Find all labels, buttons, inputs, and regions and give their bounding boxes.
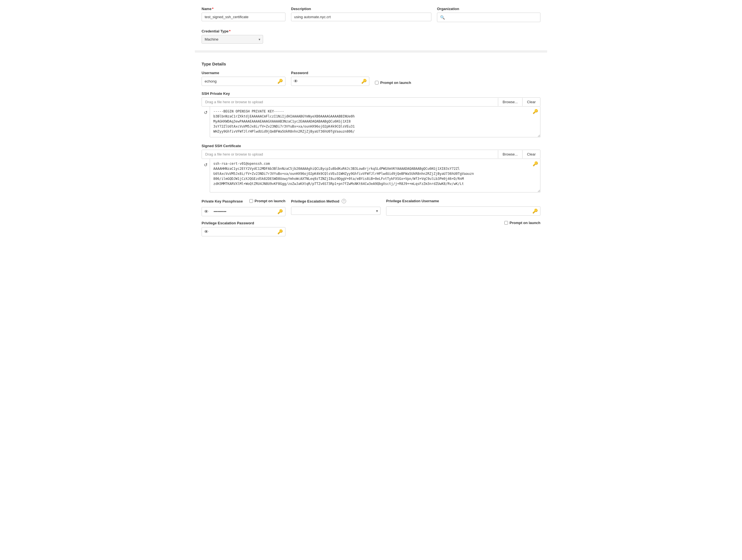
escalation-username-field-group: Privilege Escalation Username 🔑 <box>386 199 540 216</box>
passphrase-key-button[interactable]: 🔑 <box>275 207 285 216</box>
ssh-browse-button[interactable]: Browse... <box>498 98 522 106</box>
passphrase-label: Private Key Passphrase <box>202 199 243 203</box>
escalation-password-prompt-label: Prompt on launch <box>505 221 541 225</box>
credential-type-label: Credential Type* <box>202 29 231 33</box>
description-input[interactable] <box>291 13 431 21</box>
ssh-upload-buttons: Browse... Clear <box>498 98 540 106</box>
signed-ssh-cert-textarea[interactable]: ssh-rsa-cert-v01@openssh.com AAAAHHNzaC1… <box>210 159 540 193</box>
password-key-button[interactable]: 🔑 <box>359 77 369 86</box>
passphrase-prompt-label: Prompt on launch <box>249 199 286 203</box>
escalation-method-help-icon[interactable]: ? <box>341 199 346 203</box>
name-label: Name* <box>202 7 285 11</box>
signed-cert-content-wrapper: ↺ ssh-rsa-cert-v01@openssh.com AAAAHHNza… <box>202 159 540 193</box>
ssh-key-content-wrapper: ↺ -----BEGIN OPENSSH PRIVATE KEY----- b3… <box>202 107 540 138</box>
type-details-section: Type Details Username 🔑 Password 👁 🔑 <box>202 59 540 236</box>
ssh-upload-row: Drag a file here or browse to upload Bro… <box>202 97 540 107</box>
ssh-key-reset-button[interactable]: ↺ <box>202 108 210 117</box>
signed-upload-row: Drag a file here or browse to upload Bro… <box>202 150 540 159</box>
credential-type-section: Credential Type* Machine Source Control … <box>202 29 540 44</box>
organization-input[interactable] <box>445 13 537 21</box>
ssh-clear-button[interactable]: Clear <box>522 98 540 106</box>
escalation-password-key-button[interactable]: 🔑 <box>275 227 285 236</box>
signed-clear-button[interactable]: Clear <box>522 150 540 158</box>
password-field-group: Password 👁 🔑 <box>291 71 369 86</box>
escalation-method-field-group: Privilege Escalation Method ? sudo su pb… <box>291 199 380 216</box>
prompt-on-launch-checkbox[interactable] <box>375 81 379 85</box>
escalation-password-label: Privilege Escalation Password <box>202 221 254 225</box>
description-label: Description <box>291 7 431 11</box>
signed-ssh-certificate-section: Signed SSH Certificate Drag a file here … <box>202 144 540 193</box>
passphrase-prompt-checkbox[interactable] <box>249 199 253 203</box>
ssh-key-textarea-wrapper: -----BEGIN OPENSSH PRIVATE KEY----- b3Bl… <box>210 107 540 138</box>
passphrase-label-row: Private Key Passphrase Prompt on launch <box>202 199 285 204</box>
organization-field-group: Organization 🔍 <box>437 7 540 22</box>
escalation-password-input[interactable] <box>211 228 275 236</box>
signed-cert-area: Drag a file here or browse to upload Bro… <box>202 150 540 193</box>
escalation-username-label: Privilege Escalation Username <box>386 199 540 203</box>
credential-type-select[interactable]: Machine Source Control Vault Network Clo… <box>202 35 263 44</box>
ssh-private-key-section: SSH Private Key Drag a file here or brow… <box>202 92 540 138</box>
ssh-private-key-textarea[interactable]: -----BEGIN OPENSSH PRIVATE KEY----- b3Bl… <box>210 107 540 137</box>
signed-cert-reset-button[interactable]: ↺ <box>202 160 210 170</box>
organization-label: Organization <box>437 7 540 11</box>
name-input[interactable] <box>202 13 285 21</box>
credential-type-select-wrapper: Machine Source Control Vault Network Clo… <box>202 35 263 44</box>
signed-ssh-cert-label: Signed SSH Certificate <box>202 144 540 148</box>
escalation-password-label-row: Privilege Escalation Password Prompt on … <box>202 221 540 225</box>
username-input[interactable] <box>202 77 275 85</box>
passphrase-field-group: Private Key Passphrase Prompt on launch … <box>202 199 285 216</box>
escalation-method-select-wrapper: sudo su pbrun ▾ <box>291 207 380 215</box>
escalation-method-label: Privilege Escalation Method <box>291 199 339 203</box>
signed-upload-buttons: Browse... Clear <box>498 150 540 158</box>
type-details-heading: Type Details <box>202 61 540 66</box>
search-icon: 🔍 <box>440 15 445 19</box>
signed-cert-textarea-wrapper: ssh-rsa-cert-v01@openssh.com AAAAHHNzaC1… <box>210 159 540 193</box>
escalation-method-select[interactable]: sudo su pbrun <box>291 207 374 214</box>
prompt-on-launch-label: Prompt on launch <box>375 81 411 85</box>
escalation-username-key-button[interactable]: 🔑 <box>530 207 540 215</box>
form-container: Name* Description Organization 🔍 Credent… <box>195 0 547 243</box>
escalation-username-input-wrapper: 🔑 <box>386 206 540 216</box>
ssh-key-area: Drag a file here or browse to upload Bro… <box>202 97 540 138</box>
bottom-fields-row: Private Key Passphrase Prompt on launch … <box>202 199 540 216</box>
username-field-group: Username 🔑 <box>202 71 285 86</box>
escalation-method-label-row: Privilege Escalation Method ? <box>291 199 380 203</box>
username-input-wrapper: 🔑 <box>202 77 285 86</box>
passphrase-input[interactable] <box>211 208 275 216</box>
signed-browse-button[interactable]: Browse... <box>498 150 522 158</box>
escalation-password-prompt-checkbox[interactable] <box>505 221 508 224</box>
password-input-wrapper: 👁 🔑 <box>291 77 369 86</box>
username-label: Username <box>202 71 285 75</box>
name-required-marker: * <box>212 7 213 11</box>
escalation-password-section: Privilege Escalation Password Prompt on … <box>202 221 540 236</box>
prompt-on-launch-wrapper: Prompt on launch <box>375 81 411 85</box>
escalation-username-input[interactable] <box>386 207 530 215</box>
cred-type-required-marker: * <box>229 29 231 33</box>
ssh-drag-label: Drag a file here or browse to upload <box>202 98 498 106</box>
name-field-group: Name* <box>202 7 285 22</box>
password-label: Password <box>291 71 369 75</box>
signed-drag-label: Drag a file here or browse to upload <box>202 150 498 159</box>
password-input[interactable] <box>300 77 359 85</box>
top-fields-row: Name* Description Organization 🔍 <box>202 7 540 22</box>
passphrase-input-wrapper: 👁 🔑 <box>202 207 285 216</box>
escalation-method-chevron-icon: ▾ <box>374 209 380 213</box>
ssh-private-key-label: SSH Private Key <box>202 92 540 96</box>
password-eye-button[interactable]: 👁 <box>291 77 300 86</box>
escalation-password-eye-button[interactable]: 👁 <box>202 228 211 236</box>
description-field-group: Description <box>291 7 431 22</box>
organization-input-wrapper: 🔍 <box>437 13 540 22</box>
passphrase-eye-button[interactable]: 👁 <box>202 208 211 216</box>
escalation-password-input-wrapper: 👁 🔑 <box>202 227 285 236</box>
username-key-button[interactable]: 🔑 <box>275 77 285 86</box>
section-divider <box>195 50 547 53</box>
username-password-row: Username 🔑 Password 👁 🔑 Prompt on launch <box>202 71 540 86</box>
